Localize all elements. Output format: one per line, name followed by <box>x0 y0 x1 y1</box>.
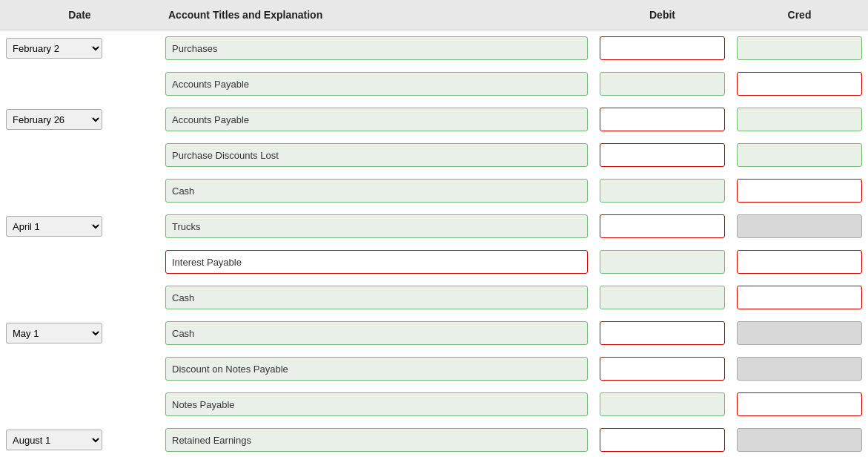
date-select[interactable]: February 2February 26April 1May 1August … <box>6 38 102 59</box>
account-header: Account Titles and Explanation <box>159 6 594 24</box>
credit-header: Cred <box>731 6 868 24</box>
credit-cell <box>731 247 868 277</box>
account-input[interactable] <box>165 214 588 238</box>
credit-cell <box>731 105 868 134</box>
debit-input[interactable] <box>600 250 725 274</box>
account-cell <box>159 140 594 170</box>
date-cell <box>0 295 159 300</box>
journal-table: Date Account Titles and Explanation Debi… <box>0 0 868 457</box>
debit-cell <box>594 69 731 99</box>
account-input[interactable] <box>165 72 588 96</box>
table-row <box>0 351 868 387</box>
debit-cell <box>594 247 731 277</box>
date-cell: February 2February 26April 1May 1August … <box>0 427 159 453</box>
debit-input[interactable] <box>600 214 725 238</box>
debit-cell <box>594 176 731 206</box>
table-row: February 2February 26April 1May 1August … <box>0 422 868 457</box>
table-row <box>0 280 868 315</box>
account-cell <box>159 389 594 419</box>
debit-input[interactable] <box>600 392 725 416</box>
table-header: Date Account Titles and Explanation Debi… <box>0 0 868 30</box>
credit-input[interactable] <box>737 179 862 203</box>
credit-cell <box>731 69 868 99</box>
credit-cell <box>731 140 868 170</box>
credit-cell <box>731 389 868 419</box>
debit-cell <box>594 318 731 348</box>
debit-cell <box>594 140 731 170</box>
table-row <box>0 244 868 280</box>
table-body: February 2February 26April 1May 1August … <box>0 30 868 457</box>
credit-input[interactable] <box>737 357 862 381</box>
table-row: February 2February 26April 1May 1August … <box>0 102 868 137</box>
date-select[interactable]: February 2February 26April 1May 1August … <box>6 216 102 237</box>
table-row <box>0 173 868 208</box>
debit-input[interactable] <box>600 428 725 452</box>
account-cell <box>159 318 594 348</box>
debit-input[interactable] <box>600 36 725 60</box>
date-select[interactable]: February 2February 26April 1May 1August … <box>6 109 102 130</box>
credit-cell <box>731 283 868 312</box>
debit-input[interactable] <box>600 286 725 309</box>
account-cell <box>159 33 594 63</box>
debit-cell <box>594 105 731 134</box>
account-input[interactable] <box>165 286 588 309</box>
debit-input[interactable] <box>600 357 725 381</box>
debit-cell <box>594 283 731 312</box>
credit-input[interactable] <box>737 108 862 131</box>
date-cell <box>0 259 159 265</box>
debit-input[interactable] <box>600 72 725 96</box>
date-cell <box>0 188 159 194</box>
account-input[interactable] <box>165 428 588 452</box>
account-cell <box>159 425 594 455</box>
debit-input[interactable] <box>600 321 725 345</box>
date-cell: February 2February 26April 1May 1August … <box>0 213 159 240</box>
account-cell <box>159 69 594 99</box>
credit-input[interactable] <box>737 392 862 416</box>
account-input[interactable] <box>165 36 588 60</box>
credit-input[interactable] <box>737 36 862 60</box>
table-row <box>0 66 868 102</box>
table-row <box>0 137 868 173</box>
credit-input[interactable] <box>737 143 862 167</box>
account-input[interactable] <box>165 321 588 345</box>
date-select[interactable]: February 2February 26April 1May 1August … <box>6 323 102 343</box>
table-row <box>0 387 868 422</box>
date-select[interactable]: February 2February 26April 1May 1August … <box>6 430 102 450</box>
date-cell <box>0 401 159 407</box>
credit-input[interactable] <box>737 428 862 452</box>
account-cell <box>159 176 594 206</box>
date-header: Date <box>0 6 159 24</box>
account-cell <box>159 105 594 134</box>
table-row: February 2February 26April 1May 1August … <box>0 315 868 351</box>
table-row: February 2February 26April 1May 1August … <box>0 30 868 66</box>
account-input[interactable] <box>165 392 588 416</box>
credit-cell <box>731 33 868 63</box>
date-cell <box>0 152 159 158</box>
account-input[interactable] <box>165 357 588 381</box>
debit-input[interactable] <box>600 108 725 131</box>
date-cell: February 2February 26April 1May 1August … <box>0 106 159 133</box>
debit-input[interactable] <box>600 179 725 203</box>
account-input[interactable] <box>165 143 588 167</box>
account-cell <box>159 283 594 312</box>
credit-input[interactable] <box>737 72 862 96</box>
credit-input[interactable] <box>737 250 862 274</box>
table-row: February 2February 26April 1May 1August … <box>0 208 868 244</box>
credit-input[interactable] <box>737 321 862 345</box>
date-cell: February 2February 26April 1May 1August … <box>0 35 159 62</box>
account-input[interactable] <box>165 250 588 274</box>
debit-cell <box>594 354 731 384</box>
debit-cell <box>594 389 731 419</box>
credit-input[interactable] <box>737 286 862 309</box>
debit-cell <box>594 425 731 455</box>
account-input[interactable] <box>165 179 588 203</box>
account-input[interactable] <box>165 108 588 131</box>
account-cell <box>159 354 594 384</box>
credit-cell <box>731 318 868 348</box>
credit-input[interactable] <box>737 214 862 238</box>
debit-header: Debit <box>594 6 731 24</box>
account-cell <box>159 247 594 277</box>
credit-cell <box>731 176 868 206</box>
credit-cell <box>731 425 868 455</box>
debit-input[interactable] <box>600 143 725 167</box>
